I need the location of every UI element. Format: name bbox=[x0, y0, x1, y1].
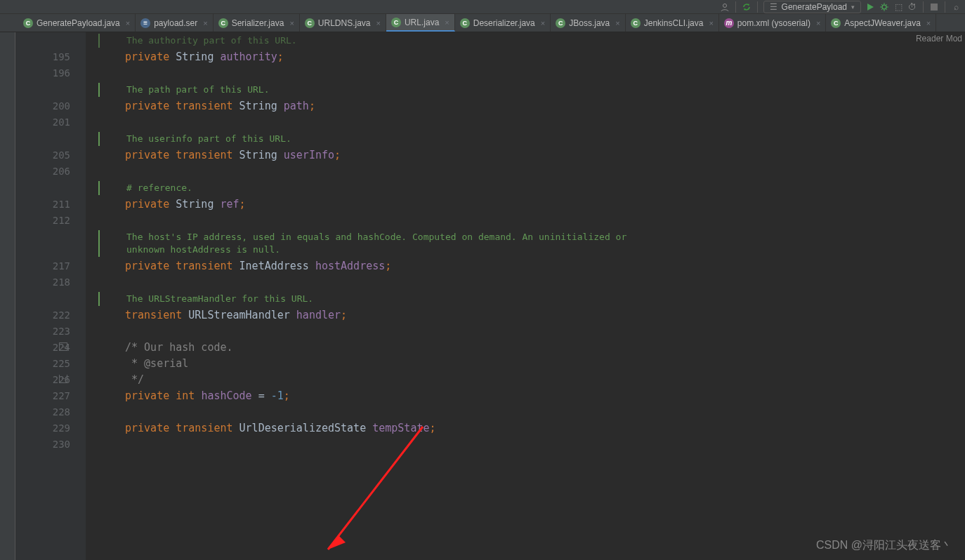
editor: 195196200201205206211212217218222223224−… bbox=[0, 32, 965, 560]
line-number: 229 bbox=[15, 420, 70, 436]
javadoc: The host's IP address, used in equals an… bbox=[98, 230, 965, 257]
java-file-icon bbox=[556, 18, 565, 28]
coverage-icon[interactable]: ⬚ bbox=[893, 2, 903, 12]
java-file-icon bbox=[218, 18, 228, 28]
line-number: 200 bbox=[15, 98, 70, 114]
chevron-down-icon: ▾ bbox=[851, 4, 855, 11]
close-icon[interactable]: × bbox=[203, 19, 207, 27]
line-number: 218 bbox=[15, 274, 70, 291]
file-tab[interactable]: AspectJWeaver.java× bbox=[826, 14, 936, 32]
file-tab[interactable]: Deserializer.java× bbox=[455, 14, 551, 32]
line-number bbox=[15, 180, 70, 196]
java-file-icon bbox=[305, 18, 315, 28]
line-number: 227 bbox=[15, 388, 70, 404]
line-number: 223 bbox=[15, 324, 70, 340]
stop-icon[interactable] bbox=[929, 2, 939, 12]
close-icon[interactable]: × bbox=[926, 19, 931, 27]
svg-marker-4 bbox=[328, 535, 346, 549]
line-number: 228 bbox=[15, 404, 70, 420]
text-file-icon bbox=[140, 18, 150, 28]
tab-label: URLDNS.java bbox=[318, 18, 371, 28]
list-icon: ☰ bbox=[770, 2, 777, 12]
close-icon[interactable]: × bbox=[541, 19, 545, 27]
run-config-select[interactable]: ☰ GeneratePayload ▾ bbox=[763, 1, 861, 13]
javadoc: The authority part of this URL. bbox=[98, 34, 965, 48]
close-icon[interactable]: × bbox=[445, 18, 449, 27]
tab-label: AspectJWeaver.java bbox=[844, 18, 921, 28]
line-number: 196 bbox=[15, 65, 70, 81]
tab-label: JenkinsCLI.java bbox=[644, 18, 704, 28]
line-number: 212 bbox=[15, 213, 70, 229]
java-file-icon bbox=[831, 18, 841, 28]
line-number: 195 bbox=[15, 49, 70, 65]
line-number bbox=[15, 229, 70, 244]
javadoc: The userinfo part of this URL. bbox=[98, 132, 965, 146]
svg-rect-2 bbox=[931, 4, 938, 11]
line-number: 226− bbox=[15, 372, 70, 388]
search-icon[interactable]: ⌕ bbox=[951, 2, 961, 12]
file-tab[interactable]: pom.xml (ysoserial)× bbox=[719, 14, 826, 32]
svg-point-1 bbox=[882, 5, 886, 9]
file-tab[interactable]: JBoss.java× bbox=[551, 14, 625, 32]
tab-label: GeneratePayload.java bbox=[37, 18, 120, 28]
line-number: 205 bbox=[15, 147, 70, 164]
fold-open-icon[interactable]: − bbox=[59, 342, 67, 351]
line-number: 206 bbox=[15, 164, 70, 180]
profile-icon[interactable]: ⏱ bbox=[907, 2, 917, 12]
file-tab[interactable]: URLDNS.java× bbox=[300, 14, 386, 32]
close-icon[interactable]: × bbox=[709, 19, 713, 27]
javadoc: The URLStreamHandler for this URL. bbox=[98, 292, 965, 306]
java-file-icon bbox=[391, 18, 401, 27]
file-tab[interactable]: GeneratePayload.java× bbox=[18, 14, 136, 32]
debug-icon[interactable] bbox=[879, 2, 889, 12]
close-icon[interactable]: × bbox=[615, 19, 619, 27]
line-number bbox=[15, 131, 70, 147]
line-number: 222 bbox=[15, 307, 70, 324]
tab-label: Deserializer.java bbox=[473, 18, 535, 28]
line-number bbox=[15, 81, 70, 98]
line-number bbox=[15, 32, 70, 49]
file-tab[interactable]: Serializer.java× bbox=[214, 14, 300, 32]
java-file-icon bbox=[23, 18, 33, 28]
fold-close-icon[interactable]: − bbox=[59, 375, 67, 383]
line-number: 211 bbox=[15, 196, 70, 213]
file-tab[interactable]: URL.java× bbox=[386, 14, 455, 32]
tab-label: URL.java bbox=[405, 18, 439, 27]
line-gutter: 195196200201205206211212217218222223224−… bbox=[15, 32, 86, 560]
reader-mode-label[interactable]: Reader Mod bbox=[916, 34, 962, 44]
line-number bbox=[15, 291, 70, 307]
file-tab[interactable]: payload.ser× bbox=[136, 14, 213, 32]
tab-label: JBoss.java bbox=[569, 18, 610, 28]
close-icon[interactable]: × bbox=[816, 19, 820, 27]
line-number: 225 bbox=[15, 356, 70, 372]
editor-tabs: GeneratePayload.java×payload.ser×Seriali… bbox=[0, 14, 965, 32]
main-toolbar: ☰ GeneratePayload ▾ ⬚ ⏱ ⌕ bbox=[0, 0, 965, 14]
java-file-icon bbox=[460, 18, 470, 28]
tab-label: payload.ser bbox=[154, 18, 197, 28]
maven-file-icon bbox=[724, 18, 734, 28]
left-gutter bbox=[0, 32, 15, 560]
file-tab[interactable]: JenkinsCLI.java× bbox=[626, 14, 719, 32]
run-config-label: GeneratePayload bbox=[782, 2, 847, 12]
svg-point-0 bbox=[723, 4, 726, 7]
sync-icon[interactable] bbox=[742, 2, 751, 12]
user-icon[interactable] bbox=[720, 2, 730, 12]
line-number: 230 bbox=[15, 436, 70, 453]
code-area[interactable]: The authority part of this URL. private … bbox=[86, 32, 965, 560]
watermark: CSDN @浔阳江头夜送客丶 bbox=[816, 538, 952, 553]
close-icon[interactable]: × bbox=[126, 19, 130, 27]
close-icon[interactable]: × bbox=[376, 19, 381, 27]
javadoc: # reference. bbox=[98, 181, 965, 195]
java-file-icon bbox=[631, 18, 641, 28]
javadoc: The path part of this URL. bbox=[98, 83, 965, 97]
tab-label: pom.xml (ysoserial) bbox=[737, 18, 810, 28]
line-number: 201 bbox=[15, 114, 70, 131]
line-number bbox=[15, 244, 70, 258]
line-number: 224− bbox=[15, 340, 70, 356]
close-icon[interactable]: × bbox=[289, 19, 294, 27]
tab-label: Serializer.java bbox=[232, 18, 284, 28]
line-number: 217 bbox=[15, 258, 70, 274]
run-icon[interactable] bbox=[865, 2, 875, 12]
